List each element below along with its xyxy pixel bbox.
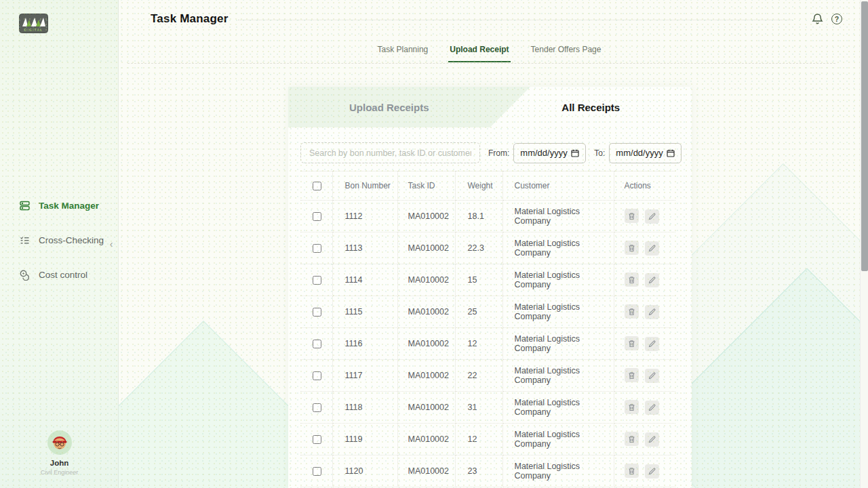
- table-row: 1114 MA010002 15 Material Logistics Comp…: [300, 264, 675, 296]
- table-row: 1118 MA010002 31 Material Logistics Comp…: [300, 392, 675, 424]
- trash-icon: [628, 308, 635, 316]
- delete-button[interactable]: [625, 464, 639, 478]
- cell-task-id: MA010002: [397, 424, 455, 455]
- cell-customer: Material Logistics Company: [502, 264, 614, 296]
- delete-button[interactable]: [625, 368, 639, 382]
- edit-button[interactable]: [645, 337, 659, 351]
- delete-button[interactable]: [625, 272, 639, 287]
- from-date-value: mm/dd/yyyy: [520, 148, 567, 158]
- sidebar-item-cost-control[interactable]: Cost control: [0, 258, 118, 292]
- delete-button[interactable]: [625, 336, 639, 350]
- table-body: 1112 MA010002 18.1 Material Logistics Co…: [300, 201, 675, 487]
- sidebar-item-label: Task Manager: [39, 201, 99, 211]
- filter-bar: From: mm/dd/yyyy To: mm/dd/yyyy: [300, 142, 692, 163]
- tab-tender-offers-page[interactable]: Tender Offers Page: [520, 38, 612, 61]
- cell-weight: 22: [455, 360, 502, 392]
- receipts-card: Upload Receipts All Receipts From: mm/dd…: [288, 87, 692, 488]
- table-row: 1116 MA010002 12 Material Logistics Comp…: [300, 328, 675, 360]
- cell-weight: 12: [455, 424, 502, 455]
- cell-customer: Material Logistics Company: [502, 392, 614, 424]
- help-glyph: ?: [835, 15, 839, 23]
- cell-customer: Material Logistics Company: [502, 424, 614, 455]
- trash-icon: [628, 371, 635, 380]
- scrollbar-thumb[interactable]: [861, 1, 868, 271]
- row-checkbox[interactable]: [313, 276, 321, 285]
- bell-icon[interactable]: [810, 12, 824, 26]
- delete-button[interactable]: [625, 432, 639, 446]
- app-logo[interactable]: DIGITAL: [19, 14, 48, 35]
- to-label: To:: [594, 148, 605, 158]
- section-tabs: Task Planning Upload Receipt Tender Offe…: [119, 38, 860, 63]
- sidebar-item-task-manager[interactable]: Task Manager: [0, 188, 118, 223]
- edit-button[interactable]: [645, 209, 659, 224]
- sidebar-item-label: Cost control: [39, 270, 87, 280]
- card-tab-upload-receipts[interactable]: Upload Receipts: [288, 87, 490, 127]
- help-icon[interactable]: ?: [830, 12, 844, 26]
- delete-button[interactable]: [625, 400, 639, 414]
- cell-bon-number: 1117: [332, 360, 397, 392]
- cell-weight: 12: [455, 328, 502, 360]
- table-header-row: Bon Number Task ID Weight Customer Actio…: [300, 171, 675, 201]
- trash-icon: [628, 276, 635, 284]
- header-divider: [238, 20, 793, 20]
- main-content: Task Manager ? Task Planning Upload Rece…: [119, 0, 860, 488]
- tab-upload-receipt[interactable]: Upload Receipt: [439, 38, 519, 61]
- edit-button[interactable]: [645, 401, 659, 415]
- to-date-input[interactable]: mm/dd/yyyy: [609, 143, 682, 163]
- pencil-icon: [648, 308, 656, 316]
- card-tab-all-receipts[interactable]: All Receipts: [490, 87, 692, 127]
- trash-icon: [628, 435, 635, 443]
- cell-task-id: MA010002: [397, 201, 455, 232]
- cell-task-id: MA010002: [397, 296, 455, 328]
- user-profile[interactable]: John Civil Engineer: [0, 430, 119, 476]
- page-header: Task Manager ?: [119, 0, 860, 38]
- sidebar-nav: Task Manager Cross-Checking: [0, 188, 118, 292]
- delete-button[interactable]: [625, 241, 639, 255]
- checklist-icon: [19, 235, 31, 246]
- page-title: Task Manager: [151, 12, 229, 26]
- from-date-input[interactable]: mm/dd/yyyy: [513, 143, 586, 163]
- from-label: From:: [488, 148, 509, 158]
- delete-button[interactable]: [625, 304, 639, 319]
- user-role: Civil Engineer: [0, 469, 119, 476]
- edit-button[interactable]: [645, 241, 659, 256]
- pencil-icon: [648, 372, 656, 380]
- search-input[interactable]: [300, 142, 480, 163]
- delete-button[interactable]: [625, 209, 639, 223]
- cell-task-id: MA010002: [397, 455, 455, 487]
- row-checkbox[interactable]: [313, 371, 321, 380]
- row-checkbox[interactable]: [313, 467, 321, 476]
- row-checkbox[interactable]: [313, 435, 321, 444]
- cell-bon-number: 1119: [332, 424, 397, 455]
- column-header-task-id: Task ID: [397, 171, 455, 201]
- sidebar-item-cross-checking[interactable]: Cross-Checking: [0, 223, 118, 258]
- column-header-weight: Weight: [455, 171, 502, 201]
- row-checkbox[interactable]: [313, 212, 321, 221]
- scrollbar-track[interactable]: [860, 0, 868, 488]
- card-tabs: Upload Receipts All Receipts: [288, 87, 692, 127]
- trash-icon: [628, 340, 635, 348]
- select-all-checkbox[interactable]: [313, 182, 321, 190]
- table-row: 1112 MA010002 18.1 Material Logistics Co…: [300, 201, 675, 232]
- edit-button[interactable]: [645, 464, 659, 479]
- cell-weight: 18.1: [455, 201, 502, 232]
- row-checkbox[interactable]: [313, 308, 321, 317]
- table-row: 1115 MA010002 25 Material Logistics Comp…: [300, 296, 675, 328]
- table-row: 1119 MA010002 12 Material Logistics Comp…: [300, 424, 675, 455]
- tab-task-planning[interactable]: Task Planning: [367, 38, 439, 61]
- sidebar-collapse-button[interactable]: ‹: [106, 237, 117, 251]
- cell-bon-number: 1114: [332, 264, 397, 296]
- pencil-icon: [648, 245, 656, 252]
- edit-button[interactable]: [645, 432, 659, 447]
- edit-button[interactable]: [645, 305, 659, 319]
- cell-weight: 22.3: [455, 232, 502, 264]
- row-checkbox[interactable]: [313, 340, 321, 348]
- edit-button[interactable]: [645, 369, 659, 383]
- row-checkbox[interactable]: [313, 403, 321, 412]
- row-checkbox[interactable]: [313, 244, 321, 253]
- logo-text: DIGITAL: [24, 28, 43, 32]
- edit-button[interactable]: [645, 273, 659, 287]
- cell-bon-number: 1115: [332, 296, 397, 328]
- cell-task-id: MA010002: [397, 328, 455, 360]
- cell-bon-number: 1120: [332, 455, 397, 487]
